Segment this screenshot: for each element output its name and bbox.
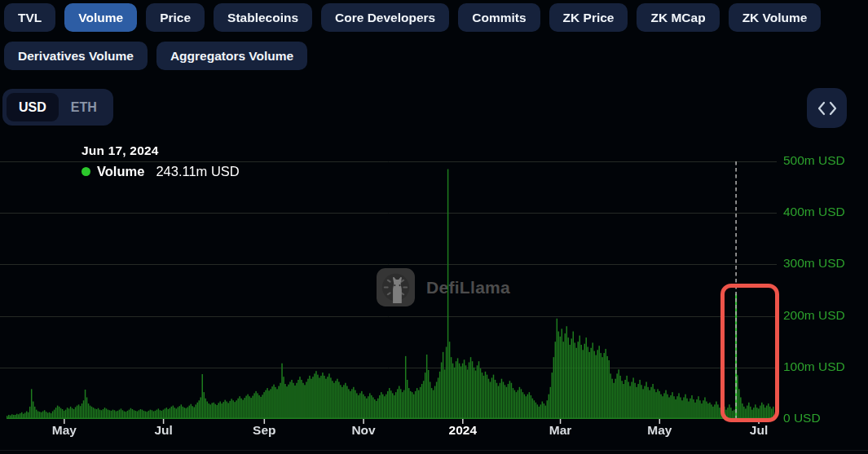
tab-stablecoins[interactable]: Stablecoins — [214, 3, 312, 32]
tooltip-date: Jun 17, 2024 — [82, 143, 240, 158]
y-axis-label-200m-usd: 200m USD — [783, 308, 845, 323]
currency-option-usd[interactable]: USD — [7, 93, 59, 121]
tab-aggregators-volume[interactable]: Aggregators Volume — [156, 42, 307, 70]
series-dot-icon — [82, 167, 90, 176]
y-axis-label-500m-usd: 500m USD — [783, 153, 845, 168]
tab-row-secondary: Derivatives VolumeAggregators Volume — [4, 42, 307, 70]
tab-row-primary: TVLVolumePriceStablecoinsCore Developers… — [4, 3, 821, 32]
tab-zk-mcap[interactable]: ZK MCap — [637, 3, 719, 32]
x-axis-label-sep: Sep — [236, 423, 293, 438]
x-axis-label-may: May — [36, 423, 93, 438]
x-axis-label-mar: Mar — [532, 423, 589, 438]
y-axis-label-400m-usd: 400m USD — [783, 205, 845, 219]
tooltip-value: 243.11m USD — [156, 164, 239, 179]
tab-volume[interactable]: Volume — [64, 3, 137, 32]
tooltip-series-label: Volume — [97, 164, 144, 179]
x-axis-label-nov: Nov — [335, 423, 392, 438]
currency-option-eth[interactable]: ETH — [59, 93, 109, 121]
x-axis-label-jul: Jul — [730, 423, 787, 438]
chart-tooltip: Jun 17, 2024 Volume 243.11m USD — [82, 143, 240, 179]
y-axis-label-0-usd: 0 USD — [783, 411, 821, 425]
tab-price[interactable]: Price — [146, 3, 205, 32]
y-axis-label-100m-usd: 100m USD — [783, 359, 845, 374]
highlight-annotation-box — [720, 284, 779, 422]
y-axis-label-300m-usd: 300m USD — [783, 256, 845, 271]
tab-derivatives-volume[interactable]: Derivatives Volume — [4, 42, 148, 70]
x-axis-label-may: May — [631, 423, 688, 438]
tab-commits[interactable]: Commits — [458, 3, 540, 32]
tab-zk-volume[interactable]: ZK Volume — [729, 3, 822, 32]
x-axis-label-jul: Jul — [135, 423, 192, 438]
x-axis-label-2024: 2024 — [434, 423, 491, 438]
embed-chart-button[interactable] — [807, 88, 847, 128]
tab-zk-price[interactable]: ZK Price — [549, 3, 628, 32]
currency-toggle[interactable]: USDETH — [2, 89, 113, 126]
tab-core-developers[interactable]: Core Developers — [321, 3, 449, 32]
defillama-volume-page: DefiLlama TVLVolumePriceStablecoinsCore … — [0, 0, 868, 454]
code-embed-icon — [817, 100, 837, 117]
tab-tvl[interactable]: TVL — [4, 3, 55, 32]
